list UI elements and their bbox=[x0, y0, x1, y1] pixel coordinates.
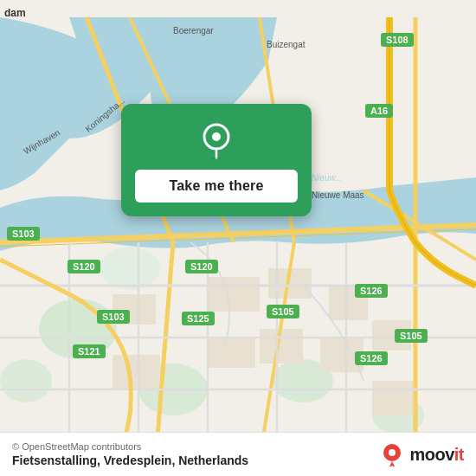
svg-rect-14 bbox=[372, 320, 411, 351]
take-me-there-button[interactable]: Take me there bbox=[135, 170, 298, 203]
svg-point-18 bbox=[212, 132, 221, 141]
popup-overlay: Take me there bbox=[121, 104, 312, 216]
location-pin-icon bbox=[197, 121, 235, 159]
svg-point-5 bbox=[0, 359, 52, 402]
svg-point-6 bbox=[100, 247, 160, 290]
svg-point-19 bbox=[212, 158, 221, 159]
moovit-logo: moovit bbox=[380, 442, 464, 466]
svg-point-21 bbox=[389, 449, 396, 456]
svg-rect-16 bbox=[113, 355, 160, 389]
svg-rect-7 bbox=[208, 277, 260, 312]
svg-rect-10 bbox=[208, 338, 255, 368]
svg-rect-15 bbox=[372, 381, 415, 415]
svg-rect-9 bbox=[329, 286, 368, 320]
svg-rect-13 bbox=[320, 338, 363, 372]
svg-point-1 bbox=[39, 299, 117, 359]
map-svg bbox=[0, 0, 476, 476]
map-container: S108 A16 S103 S120 S120 S121 S103 S125 S… bbox=[0, 0, 476, 476]
location-title: Fietsenstalling, Vredesplein, Netherland… bbox=[12, 453, 248, 467]
bottom-info: © OpenStreetMap contributors Fietsenstal… bbox=[12, 441, 248, 467]
moovit-pin-icon bbox=[380, 442, 404, 466]
moovit-brand-text: moovit bbox=[409, 445, 464, 465]
bottom-bar: © OpenStreetMap contributors Fietsenstal… bbox=[0, 432, 476, 476]
copyright-text: © OpenStreetMap contributors bbox=[12, 441, 248, 452]
svg-rect-12 bbox=[113, 294, 156, 325]
